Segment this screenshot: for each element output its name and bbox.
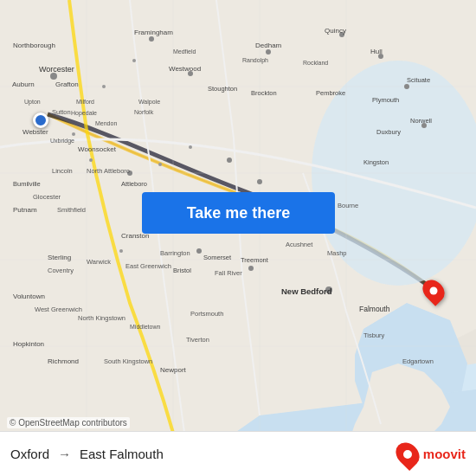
svg-text:Attleboro: Attleboro [121,180,147,188]
svg-point-31 [189,145,192,149]
svg-text:Hopkinton: Hopkinton [13,340,44,348]
svg-text:Mashp: Mashp [327,249,347,257]
svg-text:Falmouth: Falmouth [359,305,390,313]
svg-point-19 [266,49,271,55]
svg-text:Quincy: Quincy [325,27,346,35]
svg-point-40 [119,249,123,253]
svg-text:South Kingstown: South Kingstown [104,357,152,365]
svg-text:Norwell: Norwell [410,117,432,125]
take-me-there-button[interactable]: Take me there [142,192,335,234]
svg-text:Bristol: Bristol [173,267,191,274]
svg-text:Tisbury: Tisbury [363,331,385,339]
svg-text:Randolph: Randolph [242,57,268,64]
svg-text:Tiverton: Tiverton [186,336,209,344]
svg-text:Smithfield: Smithfield [57,206,86,214]
svg-point-37 [248,266,254,271]
origin-label: Oxford [10,447,49,461]
svg-text:Walpole: Walpole [138,99,160,106]
svg-text:Portsmouth: Portsmouth [190,310,223,318]
svg-text:Stoughton: Stoughton [208,85,237,93]
svg-text:Coventry: Coventry [48,267,74,274]
svg-text:Uxbridge: Uxbridge [50,138,74,145]
svg-text:Kingston: Kingston [363,158,389,166]
svg-text:Pembroke: Pembroke [316,89,345,97]
svg-text:North Kingstown: North Kingstown [78,314,125,322]
svg-text:Edgartown: Edgartown [402,357,434,365]
svg-point-25 [132,59,136,62]
svg-text:Grafton: Grafton [55,80,79,88]
bottom-bar: Oxford → East Falmouth moovit [0,431,476,476]
svg-text:Voluntown: Voluntown [13,293,45,300]
svg-text:Sterling: Sterling [48,254,71,261]
svg-text:North Attleboro: North Attleboro [87,167,130,175]
svg-text:Auburn: Auburn [12,80,35,88]
map-attribution: © OpenStreetMap contributors [7,417,130,428]
svg-text:Richmond: Richmond [48,357,79,365]
svg-text:Milford: Milford [76,99,94,105]
svg-text:Worcester: Worcester [39,65,74,74]
svg-text:Dedham: Dedham [255,42,282,49]
svg-text:Hopedale: Hopedale [71,110,97,117]
svg-text:Newport: Newport [160,366,187,374]
origin-marker [33,113,48,128]
svg-text:Medfield: Medfield [173,48,196,55]
svg-point-30 [158,163,162,166]
svg-text:Acushnet: Acushnet [286,241,313,248]
moovit-pin-icon [391,437,424,470]
svg-text:West Greenwich: West Greenwich [35,306,82,313]
svg-point-33 [257,179,262,184]
arrow-icon: → [58,447,71,461]
svg-text:Middletown: Middletown [130,324,161,330]
svg-text:Duxbury: Duxbury [376,128,401,136]
svg-point-22 [404,84,409,89]
svg-text:Brockton: Brockton [251,89,277,97]
moovit-logo[interactable]: moovit [397,441,466,467]
svg-text:Putnam: Putnam [13,206,37,214]
svg-text:Framingham: Framingham [134,29,173,36]
svg-text:Bourne: Bourne [338,202,358,209]
svg-text:Lincoln: Lincoln [52,167,73,175]
svg-text:Rockland: Rockland [303,60,328,66]
svg-text:Northborough: Northborough [13,42,55,49]
moovit-text: moovit [423,447,466,461]
svg-text:Sutton: Sutton [52,108,71,116]
map-background: Worcester Framingham Dedham Quincy Hull … [0,0,476,476]
svg-text:Somerset: Somerset [203,254,232,261]
svg-text:New Bedford: New Bedford [281,286,332,296]
svg-text:Norfolk: Norfolk [134,109,154,115]
map-container: Worcester Framingham Dedham Quincy Hull … [0,0,476,476]
svg-text:Woonsocket: Woonsocket [78,145,117,153]
svg-point-32 [227,158,232,163]
svg-text:Webster: Webster [23,128,48,136]
svg-text:Upton: Upton [24,99,41,106]
svg-text:East Greenwich: East Greenwich [125,262,171,270]
svg-text:Mendon: Mendon [95,120,117,126]
svg-text:Glocester: Glocester [33,193,61,201]
svg-text:Warwick: Warwick [87,258,111,266]
svg-point-38 [196,248,202,254]
destination-marker [424,279,443,303]
svg-point-17 [50,73,57,80]
destination-label: East Falmouth [80,447,164,461]
svg-text:Fall River: Fall River [215,269,242,277]
svg-text:Bumilville: Bumilville [13,180,41,188]
svg-text:Hull: Hull [370,48,383,55]
svg-text:Plymouth: Plymouth [372,96,399,104]
svg-point-27 [72,132,75,136]
svg-point-18 [149,36,154,42]
svg-text:Treemont: Treemont [241,256,269,264]
svg-text:Scituate: Scituate [407,76,430,84]
svg-text:Barrington: Barrington [160,249,190,257]
svg-point-26 [102,85,106,88]
svg-text:Westwood: Westwood [169,65,201,73]
svg-point-28 [89,158,93,162]
